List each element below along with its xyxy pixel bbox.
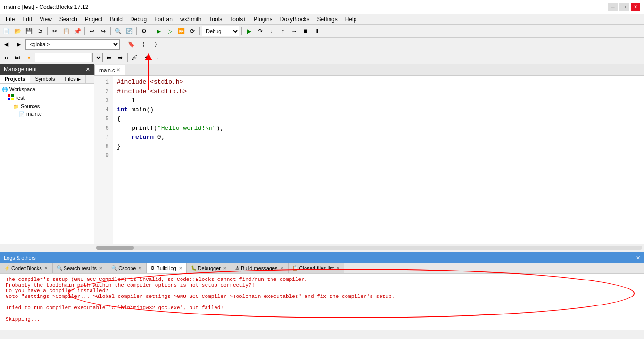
- menu-item-view[interactable]: View: [36, 15, 56, 24]
- next-bookmark-button[interactable]: ⟩: [150, 39, 161, 50]
- close-search-tab[interactable]: ✕: [99, 266, 103, 271]
- error-line-8: Skipping...: [6, 316, 638, 322]
- open-button[interactable]: 📂: [12, 26, 23, 36]
- zoom-out-btn[interactable]: -: [152, 52, 163, 63]
- debug-run-to-button[interactable]: →: [289, 26, 299, 36]
- bottom-tab-cscope[interactable]: 🔍 Cscope ✕: [107, 263, 146, 273]
- save-button[interactable]: 💾: [24, 26, 34, 36]
- sidebar-content: 🌐 Workspace test 📁 Sources 📄 main.c: [0, 84, 94, 244]
- close-bottom-panel-button[interactable]: ✕: [636, 255, 640, 261]
- new-button[interactable]: 📄: [1, 26, 11, 36]
- debug-start-button[interactable]: ▶: [244, 26, 254, 36]
- bottom-tab-debugger[interactable]: 🐛 Debugger ✕: [187, 263, 231, 273]
- highlight-btn[interactable]: 🖊: [130, 52, 140, 63]
- zoom-in-btn[interactable]: +: [141, 52, 151, 63]
- settings-button[interactable]: ⚙: [139, 26, 149, 36]
- tree-workspace[interactable]: 🌐 Workspace: [2, 85, 92, 93]
- debug-out-button[interactable]: ↑: [278, 26, 288, 36]
- close-build-log-tab[interactable]: ✕: [179, 266, 182, 271]
- menu-item-debug[interactable]: Debug: [126, 15, 150, 24]
- run-button[interactable]: ▷: [165, 26, 175, 36]
- bottom-tab-codeblocks[interactable]: ⚡ Code::Blocks ✕: [0, 263, 52, 273]
- copy-button[interactable]: 📋: [61, 26, 71, 36]
- code-content[interactable]: #include <stdio.h> #include <stdlib.h> 1…: [113, 76, 644, 244]
- workspace-icon: 🌐: [2, 87, 8, 92]
- close-closed-files-tab[interactable]: ✕: [336, 266, 340, 271]
- separator-2: [84, 27, 85, 35]
- code-line-2: #include <stdlib.h>: [117, 87, 640, 96]
- sidebar-title: Management: [4, 66, 37, 73]
- scope-dropdown[interactable]: <global>: [25, 39, 120, 50]
- cut-button[interactable]: ✂: [50, 26, 60, 36]
- menu-item-fortran[interactable]: Fortran: [150, 15, 176, 24]
- menu-item-plugins[interactable]: Plugins: [250, 15, 276, 24]
- code-search-dropdown[interactable]: [92, 53, 103, 62]
- bottom-tab-search-results[interactable]: 🔍 Search results ✕: [52, 263, 107, 273]
- paste-button[interactable]: 📌: [72, 26, 83, 36]
- sidebar-tab-symbols[interactable]: Symbols: [30, 75, 60, 83]
- menu-item-project[interactable]: Project: [81, 15, 106, 24]
- menu-item-help[interactable]: Help: [341, 15, 361, 24]
- find-button[interactable]: 🔍: [113, 26, 123, 36]
- code-line-1: #include <stdio.h>: [117, 77, 640, 87]
- stop-button[interactable]: ⟳: [187, 26, 198, 36]
- menu-item-doxyblocks[interactable]: DoxyBlocks: [276, 15, 314, 24]
- redo-button[interactable]: ↪: [98, 26, 108, 36]
- ln-5: 5: [94, 114, 111, 124]
- code-nav-btn1[interactable]: ⏮: [1, 52, 11, 63]
- code-nav-btn3[interactable]: 🔸: [24, 52, 34, 63]
- replace-button[interactable]: 🔄: [124, 26, 134, 36]
- code-nav-btn2[interactable]: ⏭: [12, 52, 23, 63]
- maximize-button[interactable]: □: [619, 3, 629, 11]
- close-codeblocks-tab[interactable]: ✕: [44, 266, 48, 271]
- nav-back-button[interactable]: ◀: [1, 39, 11, 50]
- menu-item-build[interactable]: Build: [106, 15, 126, 24]
- close-build-messages-tab[interactable]: ✕: [280, 266, 284, 271]
- debug-dropdown[interactable]: Debug: [202, 26, 239, 36]
- bottom-tab-build-log[interactable]: ⚙ Build log ✕: [146, 263, 186, 273]
- tree-test-project[interactable]: test: [2, 93, 92, 102]
- bottom-tab-closed-files[interactable]: 📋 Closed files list ✕: [288, 263, 344, 273]
- debug-next-button[interactable]: ↷: [255, 26, 265, 36]
- sidebar-tab-projects[interactable]: Projects: [0, 75, 30, 83]
- prev-bookmark-button[interactable]: ⟨: [138, 39, 149, 50]
- bookmark-button[interactable]: 🔖: [126, 39, 136, 50]
- close-sidebar-button[interactable]: ✕: [85, 66, 90, 73]
- debug-step-button[interactable]: ↓: [266, 26, 277, 36]
- close-cscope-tab[interactable]: ✕: [138, 266, 142, 271]
- close-button[interactable]: ✕: [631, 3, 640, 11]
- build-button[interactable]: ▶: [153, 26, 164, 36]
- main-area: Management ✕ Projects Symbols Files ▶ 🌐 …: [0, 64, 644, 244]
- close-debugger-tab[interactable]: ✕: [223, 266, 227, 271]
- bottom-tab-build-messages[interactable]: ⚠ Build messages ✕: [231, 263, 288, 273]
- editor-tab-main-c[interactable]: main.c ✕: [94, 65, 125, 75]
- build-run-button[interactable]: ⏩: [176, 26, 186, 36]
- menu-item-tools[interactable]: Tools: [205, 15, 226, 24]
- menu-item-settings[interactable]: Settings: [313, 15, 341, 24]
- tree-sources[interactable]: 📁 Sources: [2, 102, 92, 110]
- nav-forward-button[interactable]: ▶: [13, 39, 24, 50]
- debug-stop-button[interactable]: ⏹: [300, 26, 311, 36]
- menu-item-search[interactable]: Search: [56, 15, 81, 24]
- sidebar-tab-files[interactable]: Files ▶: [60, 75, 86, 83]
- tree-main-c[interactable]: 📄 main.c: [2, 110, 92, 118]
- code-search-input[interactable]: [35, 53, 91, 62]
- code-area: 1 2 3 4 5 6 7 8 9 #include <stdio.h> #in…: [94, 76, 644, 244]
- svg-rect-2: [8, 98, 10, 100]
- menu-item-file[interactable]: File: [2, 15, 18, 24]
- code-line-7: return 0;: [117, 133, 640, 142]
- menu-item-wxsmith[interactable]: wxSmith: [176, 15, 205, 24]
- minimize-button[interactable]: ─: [608, 3, 618, 11]
- close-tab-button[interactable]: ✕: [116, 68, 120, 73]
- undo-button[interactable]: ↩: [87, 26, 97, 36]
- editor-scrollbar[interactable]: [94, 244, 644, 252]
- svg-rect-3: [11, 98, 14, 100]
- debug-pause-button[interactable]: ⏸: [312, 26, 322, 36]
- separator-5: [151, 27, 151, 35]
- menu-item-tools-[interactable]: Tools+: [226, 15, 250, 24]
- save-all-button[interactable]: 🗂: [35, 26, 45, 36]
- code-jump-back[interactable]: ⬅: [104, 52, 114, 63]
- line-numbers: 1 2 3 4 5 6 7 8 9: [94, 76, 113, 244]
- menu-item-edit[interactable]: Edit: [18, 15, 36, 24]
- code-jump-fwd[interactable]: ➡: [115, 52, 125, 63]
